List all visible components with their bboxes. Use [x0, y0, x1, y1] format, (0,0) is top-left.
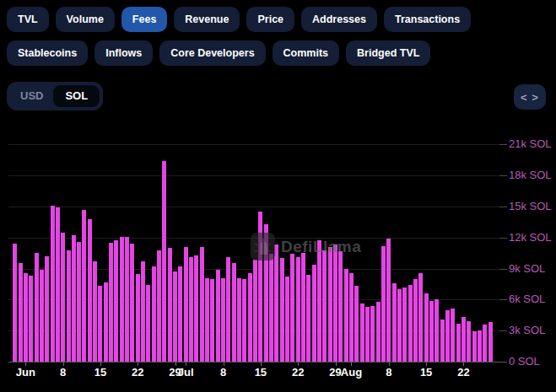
bar-aug-11[interactable]: [402, 287, 407, 362]
bar-jun-24[interactable]: [146, 285, 150, 362]
tab-addresses[interactable]: Addresses: [301, 7, 377, 32]
bar-jun-19[interactable]: [120, 237, 124, 362]
bar-jun-26[interactable]: [157, 250, 161, 362]
bar-jul-28[interactable]: [328, 247, 332, 362]
bar-aug-19[interactable]: [445, 310, 450, 362]
bar-jun-27[interactable]: [162, 161, 166, 362]
bar-aug-9[interactable]: [392, 283, 397, 362]
bar-jun-20[interactable]: [125, 237, 129, 362]
bar-aug-2[interactable]: [354, 286, 359, 362]
bar-jul-1[interactable]: [184, 247, 188, 362]
bar-aug-5[interactable]: [370, 306, 375, 362]
bar-may-30[interactable]: [13, 244, 17, 362]
tab-fees[interactable]: Fees: [121, 7, 168, 32]
tab-revenue[interactable]: Revenue: [174, 7, 240, 32]
bar-jun-4[interactable]: [40, 270, 44, 362]
bar-jul-26[interactable]: [317, 240, 321, 362]
bar-jul-8[interactable]: [221, 278, 225, 362]
bar-jun-9[interactable]: [67, 250, 71, 362]
tab-inflows[interactable]: Inflows: [94, 40, 153, 66]
bar-jul-29[interactable]: [333, 244, 337, 362]
bar-jul-11[interactable]: [237, 278, 241, 362]
bar-aug-25[interactable]: [478, 330, 482, 362]
bar-jun-2[interactable]: [29, 276, 33, 362]
bar-aug-7[interactable]: [381, 246, 386, 362]
bar-aug-22[interactable]: [462, 317, 466, 362]
bar-jun-11[interactable]: [77, 242, 81, 362]
bar-jun-16[interactable]: [104, 282, 108, 362]
bar-jun-10[interactable]: [72, 235, 76, 362]
bar-aug-15[interactable]: [424, 293, 429, 362]
bar-aug-23[interactable]: [467, 321, 471, 362]
tab-commits[interactable]: Commits: [273, 40, 339, 66]
bar-jun-30[interactable]: [178, 266, 182, 362]
bar-aug-6[interactable]: [376, 302, 381, 362]
bar-aug-4[interactable]: [365, 307, 370, 362]
bar-jul-4[interactable]: [200, 247, 204, 362]
tab-transactions[interactable]: Transactions: [384, 7, 471, 32]
bar-jul-16[interactable]: [264, 224, 268, 362]
bar-jul-2[interactable]: [189, 257, 193, 362]
bar-jul-27[interactable]: [322, 250, 327, 362]
bar-jun-8[interactable]: [61, 233, 65, 362]
bar-aug-26[interactable]: [483, 325, 487, 362]
bar-aug-24[interactable]: [472, 331, 477, 362]
bar-jul-14[interactable]: [253, 260, 257, 362]
bar-jun-5[interactable]: [45, 256, 49, 362]
bar-jun-1[interactable]: [24, 273, 28, 362]
bar-jun-21[interactable]: [130, 244, 134, 362]
bar-jun-7[interactable]: [56, 207, 60, 362]
bar-aug-18[interactable]: [440, 320, 445, 362]
bar-aug-13[interactable]: [413, 279, 418, 362]
bar-jul-31[interactable]: [344, 269, 348, 362]
bar-jun-28[interactable]: [168, 248, 172, 362]
bar-jun-13[interactable]: [88, 219, 92, 362]
bar-jul-18[interactable]: [274, 244, 278, 362]
bar-jul-12[interactable]: [242, 279, 246, 362]
bar-jun-12[interactable]: [82, 210, 86, 362]
currency-option-usd[interactable]: USD: [10, 85, 53, 107]
tab-tvl[interactable]: TVL: [7, 7, 49, 32]
bar-jul-25[interactable]: [312, 265, 316, 362]
bar-jun-6[interactable]: [51, 206, 55, 362]
tab-volume[interactable]: Volume: [56, 7, 115, 32]
tab-stablecoins[interactable]: Stablecoins: [7, 40, 88, 66]
bar-jun-25[interactable]: [152, 266, 156, 362]
bar-aug-12[interactable]: [408, 285, 413, 362]
bar-jul-22[interactable]: [296, 257, 300, 362]
bar-may-31[interactable]: [19, 263, 23, 362]
bar-jun-22[interactable]: [136, 274, 140, 362]
bar-jul-30[interactable]: [338, 251, 343, 362]
bar-jul-24[interactable]: [306, 275, 310, 362]
bar-jul-3[interactable]: [194, 255, 198, 362]
bar-aug-3[interactable]: [360, 303, 364, 362]
bar-jun-3[interactable]: [35, 253, 39, 362]
bar-jul-13[interactable]: [248, 273, 252, 362]
bar-jun-29[interactable]: [173, 271, 177, 362]
bar-jul-21[interactable]: [290, 254, 294, 362]
bar-jul-9[interactable]: [226, 257, 230, 362]
bar-jun-18[interactable]: [114, 240, 118, 362]
bar-aug-1[interactable]: [349, 273, 354, 362]
bar-aug-10[interactable]: [397, 289, 402, 362]
bar-jun-17[interactable]: [109, 243, 113, 362]
bar-aug-21[interactable]: [456, 324, 461, 362]
tab-bridged-tvl[interactable]: Bridged TVL: [346, 40, 430, 66]
bar-aug-8[interactable]: [386, 239, 391, 362]
bar-aug-17[interactable]: [435, 299, 439, 362]
bar-jul-7[interactable]: [216, 270, 220, 362]
tab-price[interactable]: Price: [246, 7, 294, 32]
bar-jul-5[interactable]: [205, 278, 209, 362]
bar-jul-6[interactable]: [210, 279, 214, 362]
bar-jul-10[interactable]: [232, 263, 236, 362]
bar-aug-14[interactable]: [418, 273, 423, 362]
bar-jun-14[interactable]: [93, 261, 97, 362]
bar-aug-20[interactable]: [451, 309, 455, 362]
bar-jul-15[interactable]: [258, 212, 262, 362]
bar-jul-19[interactable]: [280, 258, 284, 362]
embed-code-button[interactable]: < >: [514, 84, 546, 110]
currency-option-sol[interactable]: SOL: [53, 85, 100, 107]
bar-jun-15[interactable]: [98, 286, 102, 362]
bar-jul-17[interactable]: [269, 254, 273, 362]
bar-jul-20[interactable]: [285, 277, 289, 362]
